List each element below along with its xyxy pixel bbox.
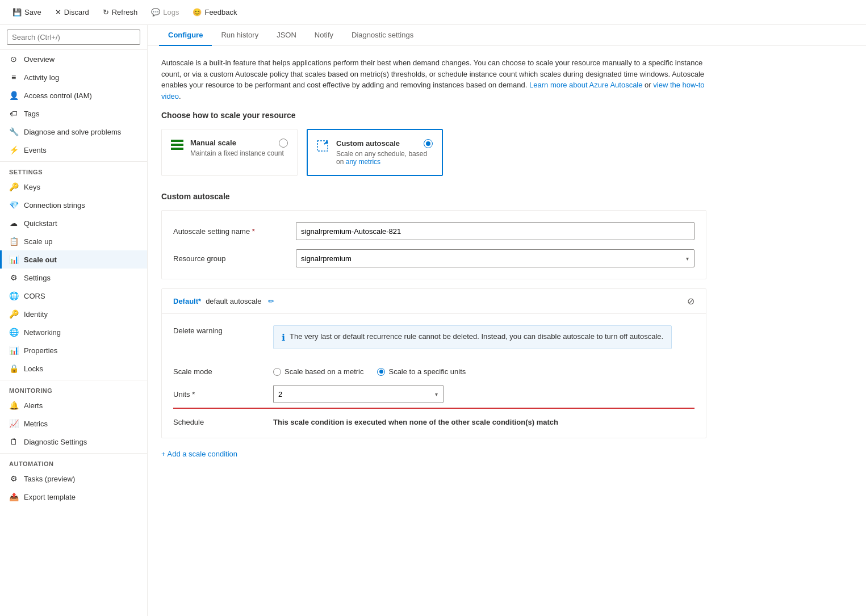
custom-autoscale-desc: Scale on any schedule, based on any metr… [336, 150, 433, 166]
learn-more-link[interactable]: Learn more about Azure Autoscale [529, 81, 642, 89]
required-star: * [252, 227, 255, 236]
scale-specific-units-option[interactable]: Scale to a specific units [377, 367, 466, 376]
manual-scale-radio[interactable] [279, 139, 288, 148]
save-button[interactable]: 💾 Save [7, 5, 47, 19]
default-autoscale-label: default autoscale [206, 297, 261, 305]
alerts-icon: 🔔 [9, 401, 18, 410]
feedback-icon: 😊 [193, 8, 202, 16]
warning-box: ℹ The very last or default recurrence ru… [273, 325, 672, 349]
sidebar-item-settings[interactable]: ⚙ Settings [0, 269, 147, 287]
sidebar-item-tags[interactable]: 🏷 Tags [0, 104, 147, 123]
delete-warning-row: Delete warning ℹ The very last or defaul… [173, 325, 695, 358]
sidebar-item-alerts[interactable]: 🔔 Alerts [0, 396, 147, 414]
tab-diagnostic-settings[interactable]: Diagnostic settings [342, 25, 422, 46]
sidebar-item-quickstart[interactable]: ☁ Quickstart [0, 214, 147, 232]
cors-icon: 🌐 [9, 291, 18, 300]
main-layout: ⊙ Overview ≡ Activity log 👤 Access contr… [0, 25, 866, 616]
search-input[interactable] [7, 30, 140, 45]
logs-icon: 💬 [151, 8, 160, 16]
quickstart-icon: ☁ [9, 219, 18, 228]
connection-strings-icon: 💎 [9, 200, 18, 209]
sidebar-item-identity[interactable]: 🔑 Identity [0, 305, 147, 323]
scale-cards: Manual scale Maintain a fixed instance c… [161, 129, 852, 176]
edit-icon[interactable]: ✏ [268, 297, 274, 305]
automation-section-header: Automation [0, 453, 147, 470]
events-icon: ⚡ [9, 145, 18, 154]
sidebar-item-properties[interactable]: 📊 Properties [0, 341, 147, 359]
custom-autoscale-text: Custom autoscale Scale on any schedule, … [336, 139, 433, 166]
logs-button[interactable]: 💬 Logs [145, 5, 185, 19]
sidebar-item-label: Tags [24, 110, 39, 118]
save-icon: 💾 [12, 8, 22, 16]
add-scale-condition-button[interactable]: + Add a scale condition [161, 447, 852, 460]
sidebar-item-connection-strings[interactable]: 💎 Connection strings [0, 196, 147, 214]
autoscale-name-label: Autoscale setting name * [173, 227, 287, 236]
scale-based-metric-radio[interactable] [273, 368, 281, 376]
refresh-button[interactable]: ↻ Refresh [97, 5, 144, 19]
scale-up-icon: 📋 [9, 237, 18, 246]
sidebar-item-export-template[interactable]: 📤 Export template [0, 488, 147, 506]
custom-autoscale-card[interactable]: Custom autoscale Scale on any schedule, … [307, 129, 443, 176]
sidebar-item-diagnose[interactable]: 🔧 Diagnose and solve problems [0, 123, 147, 141]
description-text: Autoscale is a built-in feature that hel… [161, 57, 706, 102]
sidebar-item-label: Metrics [24, 420, 48, 428]
red-divider [173, 408, 695, 409]
section-title: Choose how to scale your resource [161, 111, 852, 120]
tab-configure[interactable]: Configure [159, 25, 212, 46]
custom-autoscale-icon [317, 140, 329, 156]
sidebar-item-label: Locks [24, 364, 43, 373]
sidebar-item-activity-log[interactable]: ≡ Activity log [0, 68, 147, 86]
diagnose-icon: 🔧 [9, 127, 18, 136]
custom-autoscale-radio[interactable] [424, 139, 433, 148]
identity-icon: 🔑 [9, 309, 18, 319]
refresh-label: Refresh [112, 8, 138, 16]
delete-icon[interactable]: ⊘ [687, 296, 695, 307]
sidebar-item-scale-out[interactable]: 📊 Scale out [0, 250, 147, 269]
tab-json[interactable]: JSON [267, 25, 306, 46]
tab-run-history[interactable]: Run history [212, 25, 267, 46]
sidebar-item-label: Alerts [24, 401, 43, 410]
discard-label: Discard [64, 8, 89, 16]
sidebar-item-overview[interactable]: ⊙ Overview [0, 50, 147, 68]
scale-specific-units-radio[interactable] [377, 368, 385, 376]
networking-icon: 🌐 [9, 328, 18, 337]
autoscale-name-row: Autoscale setting name * [173, 222, 695, 240]
scale-based-metric-option[interactable]: Scale based on a metric [273, 367, 363, 376]
sidebar-item-metrics[interactable]: 📈 Metrics [0, 414, 147, 433]
units-select[interactable]: 1 2 3 4 5 10 20 [273, 385, 444, 403]
monitoring-section-header: Monitoring [0, 380, 147, 396]
sidebar-item-scale-up[interactable]: 📋 Scale up [0, 232, 147, 250]
resource-group-select-wrapper: signalrpremium ▾ [296, 249, 695, 267]
settings-icon: ⚙ [9, 273, 18, 282]
scale-mode-row: Scale mode Scale based on a metric Scale… [173, 367, 695, 376]
manual-scale-card[interactable]: Manual scale Maintain a fixed instance c… [161, 129, 298, 176]
tab-notify[interactable]: Notify [306, 25, 342, 46]
autoscale-name-input[interactable] [296, 222, 695, 240]
sidebar-item-networking[interactable]: 🌐 Networking [0, 323, 147, 341]
sidebar-item-label: Tasks (preview) [24, 475, 75, 483]
feedback-button[interactable]: 😊 Feedback [187, 5, 242, 19]
sidebar-item-access-control[interactable]: 👤 Access control (IAM) [0, 86, 147, 104]
keys-icon: 🔑 [9, 182, 18, 191]
any-metrics-link[interactable]: any metrics [346, 158, 380, 166]
sidebar-item-label: Diagnose and solve problems [24, 128, 121, 136]
scale-specific-units-label: Scale to a specific units [388, 367, 466, 376]
sidebar-item-cors[interactable]: 🌐 CORS [0, 287, 147, 305]
units-select-wrapper: 1 2 3 4 5 10 20 ▾ [273, 385, 444, 403]
discard-button[interactable]: ✕ Discard [49, 5, 95, 19]
resource-group-select[interactable]: signalrpremium [296, 249, 695, 267]
sidebar-item-label: CORS [24, 292, 45, 300]
units-label: Units * [173, 390, 264, 399]
sidebar-item-tasks-preview[interactable]: ⚙ Tasks (preview) [0, 470, 147, 488]
locks-icon: 🔒 [9, 364, 18, 373]
sidebar-item-keys[interactable]: 🔑 Keys [0, 178, 147, 196]
feedback-label: Feedback [204, 8, 237, 16]
content-body: Autoscale is a built-in feature that hel… [148, 46, 866, 472]
sidebar-item-label: Activity log [24, 73, 59, 82]
warning-text: The very last or default recurrence rule… [290, 332, 663, 342]
sidebar-item-locks[interactable]: 🔒 Locks [0, 359, 147, 378]
sidebar-item-diagnostic-settings[interactable]: 🗒 Diagnostic Settings [0, 433, 147, 451]
sidebar-item-label: Scale out [24, 255, 57, 264]
sidebar-item-events[interactable]: ⚡ Events [0, 141, 147, 159]
metrics-icon: 📈 [9, 419, 18, 428]
